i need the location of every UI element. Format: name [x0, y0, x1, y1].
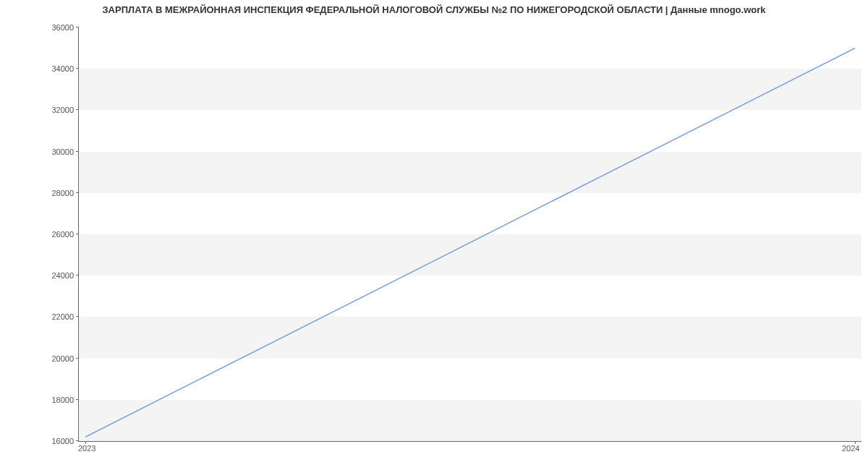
- y-tick-label: 18000: [16, 396, 74, 404]
- plot-area: [78, 27, 861, 442]
- svg-line-0: [85, 48, 855, 437]
- y-tick-label: 32000: [16, 106, 74, 114]
- y-tick-label: 34000: [16, 64, 74, 73]
- y-tick-label: 16000: [16, 437, 74, 445]
- data-line: [79, 27, 861, 441]
- y-tick-label: 30000: [16, 148, 74, 156]
- x-tick-label: 2024: [842, 444, 859, 453]
- line-chart: ЗАРПЛАТА В МЕЖРАЙОННАЯ ИНСПЕКЦИЯ ФЕДЕРАЛ…: [0, 0, 868, 470]
- x-tick-mark: [855, 441, 856, 444]
- x-tick-label: 2023: [78, 444, 95, 453]
- y-tick-label: 26000: [16, 230, 74, 239]
- y-tick-label: 28000: [16, 189, 74, 197]
- y-tick-label: 24000: [16, 271, 74, 280]
- y-tick-label: 36000: [16, 23, 74, 32]
- x-tick-mark: [85, 441, 86, 444]
- y-tick-label: 20000: [16, 354, 74, 363]
- chart-title: ЗАРПЛАТА В МЕЖРАЙОННАЯ ИНСПЕКЦИЯ ФЕДЕРАЛ…: [0, 4, 868, 15]
- y-tick-label: 22000: [16, 312, 74, 321]
